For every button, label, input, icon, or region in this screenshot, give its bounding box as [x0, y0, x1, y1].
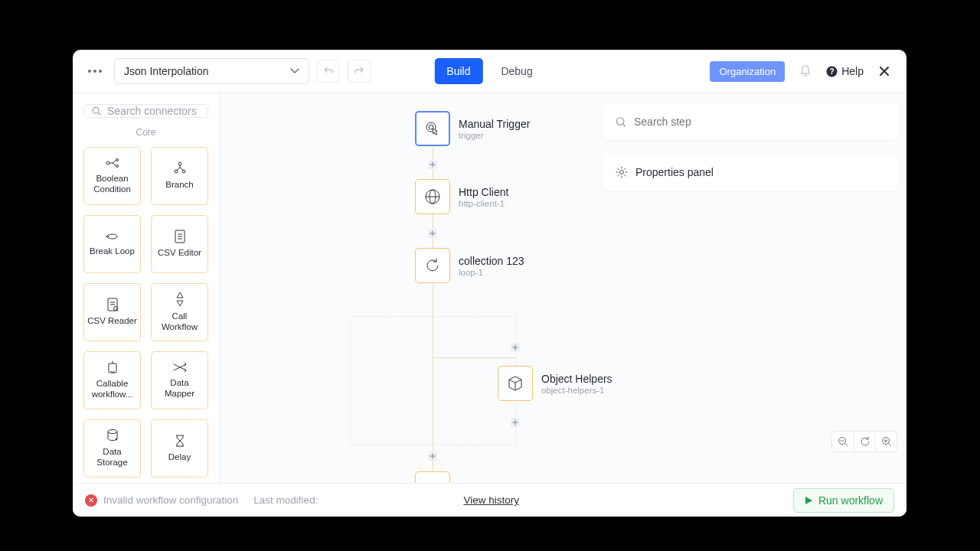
card-label: Callable workflow... [84, 379, 140, 400]
add-step-button[interactable] [427, 159, 438, 170]
more-menu-icon[interactable] [83, 60, 106, 83]
card-label: CSV Reader [84, 316, 140, 327]
search-connectors[interactable] [83, 104, 208, 118]
globe-icon [423, 187, 442, 206]
chevron-down-icon [290, 68, 299, 74]
connector-break-loop[interactable]: Break Loop [83, 215, 141, 273]
search-step-input[interactable] [634, 116, 886, 128]
node-icon-box [415, 248, 450, 283]
node-text-helpers[interactable]: Text Helpers [415, 471, 518, 483]
svg-text:?: ? [830, 67, 835, 76]
search-icon [616, 116, 626, 128]
section-core-label: Core [83, 127, 208, 138]
connector-call-workflow[interactable]: Call Workflow [151, 283, 208, 341]
branch-icon [173, 161, 187, 175]
node-icon-box [415, 111, 450, 146]
svg-point-0 [88, 70, 91, 73]
organization-badge[interactable]: Organization [710, 61, 785, 82]
search-icon [92, 106, 101, 116]
svg-point-1 [93, 70, 96, 73]
add-step-button[interactable] [427, 228, 438, 239]
app-window: Json Interpolation Build Debug Organizat… [73, 50, 906, 517]
view-history-link[interactable]: View history [463, 494, 519, 506]
connector-branch[interactable]: Branch [151, 147, 208, 205]
properties-column: Properties panel [603, 103, 898, 191]
workflow-selector[interactable]: Json Interpolation [114, 58, 309, 84]
svg-point-7 [116, 159, 118, 161]
node-collection-loop[interactable]: collection 123 loop-1 [415, 248, 524, 283]
content: Core Boolean Condition Branch Break Loop… [73, 93, 906, 483]
mode-tabs: Build Debug [434, 58, 544, 84]
search-step[interactable] [603, 103, 898, 140]
search-connectors-input[interactable] [107, 105, 200, 117]
data-storage-icon [106, 429, 119, 442]
break-loop-icon [105, 231, 120, 242]
node-title: collection 123 [459, 255, 524, 267]
card-label: Boolean Condition [84, 174, 140, 195]
node-icon-box [498, 366, 533, 401]
cube-icon [506, 374, 524, 393]
connector-data-storage[interactable]: Data Storage [83, 419, 141, 478]
toolbar: Json Interpolation Build Debug Organizat… [73, 50, 906, 93]
connector-callable-workflow[interactable]: Callable workflow... [83, 351, 141, 409]
node-icon-box [415, 179, 450, 214]
svg-point-6 [106, 161, 109, 165]
add-step-button[interactable] [510, 342, 521, 353]
error-status: ✕ Invalid workflow configuration [85, 494, 238, 507]
svg-point-8 [116, 165, 118, 168]
card-label: Data Storage [84, 447, 140, 468]
redo-button[interactable] [348, 60, 371, 83]
help-label: Help [841, 65, 864, 77]
gear-icon [616, 166, 628, 178]
svg-point-27 [620, 171, 624, 174]
data-mapper-icon [172, 361, 188, 373]
card-label: Call Workflow [152, 311, 207, 333]
node-title: Http Client [459, 186, 508, 198]
run-workflow-button[interactable]: Run workflow [793, 488, 894, 513]
error-icon: ✕ [85, 494, 97, 507]
connector-csv-editor[interactable]: CSV Editor [151, 215, 208, 273]
connector-boolean-condition[interactable]: Boolean Condition [83, 147, 141, 205]
node-subtitle: loop-1 [459, 268, 524, 277]
call-workflow-icon [175, 292, 185, 307]
add-step-button[interactable] [427, 451, 438, 461]
card-label: CSV Editor [155, 248, 204, 259]
bell-icon[interactable] [794, 60, 817, 83]
svg-point-2 [99, 70, 102, 73]
connector-sidebar: Core Boolean Condition Branch Break Loop… [73, 93, 220, 483]
close-button[interactable] [873, 60, 896, 83]
node-title: Object Helpers [541, 373, 612, 385]
workflow-name: Json Interpolation [124, 65, 209, 77]
error-message: Invalid workflow configuration [103, 494, 238, 506]
toolbar-right: Organization ? Help [710, 60, 896, 83]
last-modified: Last modified: [253, 494, 318, 506]
zoom-controls [831, 431, 897, 452]
zoom-reset-button[interactable] [854, 432, 875, 452]
loop-icon [423, 256, 442, 275]
node-object-helpers[interactable]: Object Helpers object-helpers-1 [498, 366, 612, 401]
condition-icon [105, 157, 120, 169]
node-subtitle: object-helpers-1 [541, 386, 612, 395]
node-subtitle: http-client-1 [459, 199, 508, 208]
tab-debug[interactable]: Debug [488, 58, 544, 84]
properties-panel[interactable]: Properties panel [603, 154, 898, 191]
canvas[interactable]: Manual Trigger trigger Http Client http-… [220, 93, 906, 483]
csv-editor-icon [174, 230, 186, 243]
connector-grid: Boolean Condition Branch Break Loop CSV … [83, 147, 208, 478]
zoom-in-button[interactable] [875, 432, 897, 452]
card-label: Delay [165, 452, 194, 463]
footer: ✕ Invalid workflow configuration Last mo… [73, 483, 906, 517]
callable-workflow-icon [106, 360, 119, 374]
node-manual-trigger[interactable]: Manual Trigger trigger [415, 111, 530, 146]
undo-button[interactable] [317, 60, 340, 83]
node-subtitle: trigger [459, 131, 530, 140]
svg-rect-15 [109, 364, 116, 373]
connector-csv-reader[interactable]: CSV Reader [83, 283, 141, 341]
connector-data-mapper[interactable]: Data Mapper [151, 351, 208, 409]
tab-build[interactable]: Build [434, 58, 482, 84]
help-button[interactable]: ? Help [826, 65, 864, 77]
add-step-button[interactable] [510, 417, 521, 428]
connector-delay[interactable]: Delay [151, 419, 208, 478]
zoom-out-button[interactable] [832, 432, 854, 452]
node-http-client[interactable]: Http Client http-client-1 [415, 179, 508, 214]
